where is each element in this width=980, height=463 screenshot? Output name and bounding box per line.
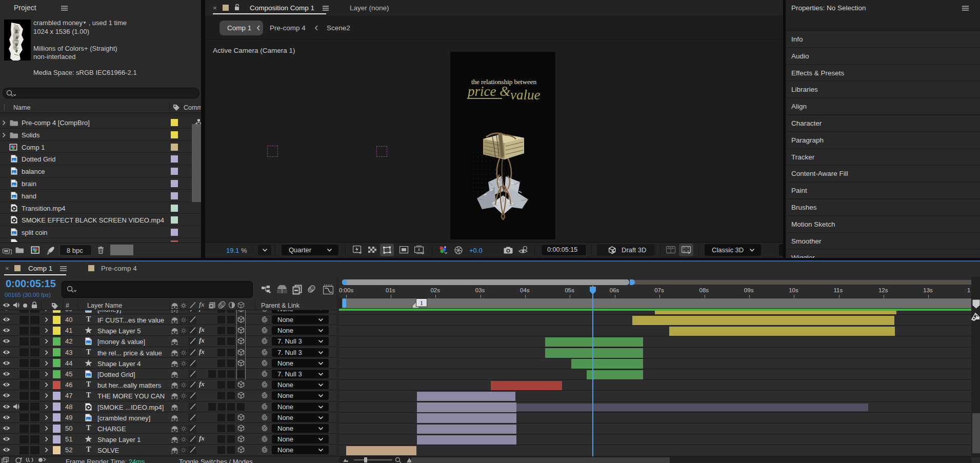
svg-text:1: 1 bbox=[420, 299, 424, 307]
